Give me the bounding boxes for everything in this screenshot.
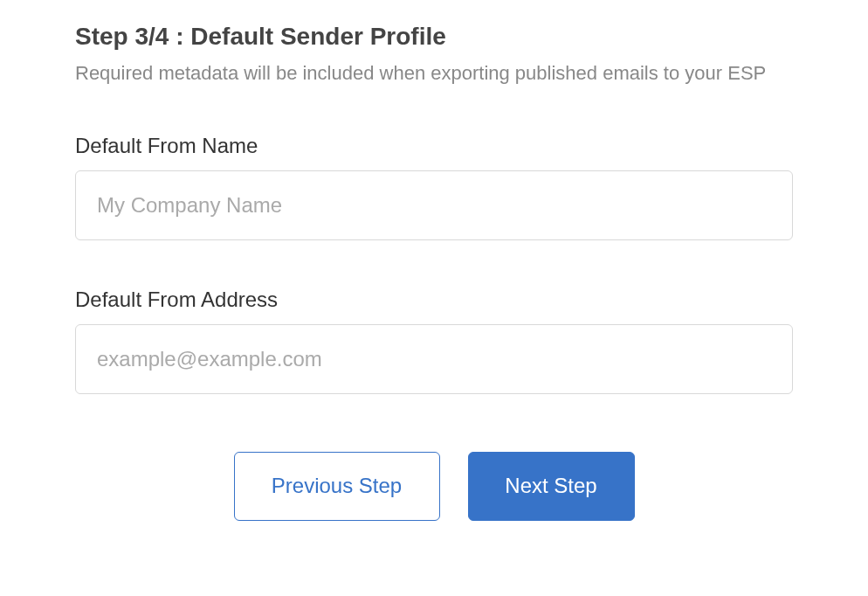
step-title: Step 3/4 : Default Sender Profile	[75, 21, 793, 52]
step-form-container: Step 3/4 : Default Sender Profile Requir…	[0, 0, 868, 521]
next-step-button[interactable]: Next Step	[468, 452, 635, 521]
from-address-group: Default From Address	[75, 288, 793, 394]
from-address-input[interactable]	[75, 324, 793, 394]
from-address-label: Default From Address	[75, 288, 793, 312]
from-name-label: Default From Name	[75, 134, 793, 158]
navigation-buttons: Previous Step Next Step	[75, 452, 793, 521]
step-subtitle: Required metadata will be included when …	[75, 58, 793, 89]
from-name-group: Default From Name	[75, 134, 793, 240]
from-name-input[interactable]	[75, 170, 793, 240]
previous-step-button[interactable]: Previous Step	[234, 452, 440, 521]
